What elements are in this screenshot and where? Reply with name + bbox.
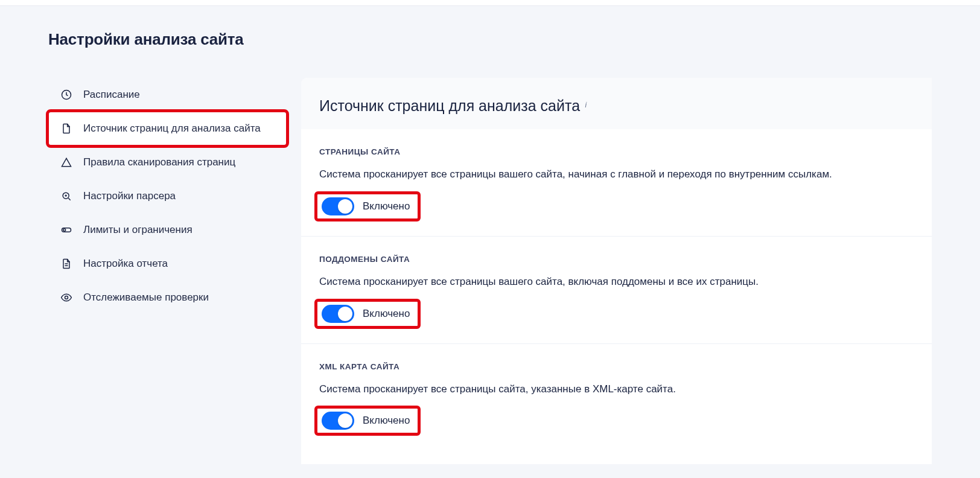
toggle-row-site-pages: Включено: [319, 195, 416, 218]
section-subdomains: ПОДДОМЕНЫ САЙТА Система просканирует все…: [301, 237, 932, 344]
content-header: Источник страниц для анализа сайта i: [301, 78, 932, 129]
toggle-icon: [60, 224, 72, 236]
zoom-settings-icon: [60, 190, 72, 202]
document-lines-icon: [60, 258, 72, 270]
sidebar-item-page-source[interactable]: Источник страниц для анализа сайта: [48, 112, 287, 145]
section-site-pages: СТРАНИЦЫ САЙТА Система просканирует все …: [301, 129, 932, 237]
svg-point-3: [63, 229, 66, 231]
content-title: Источник страниц для анализа сайта: [319, 97, 580, 114]
content-panel: Источник страниц для анализа сайта i СТР…: [301, 78, 932, 464]
clock-icon: [60, 89, 72, 101]
sidebar-item-parser-settings[interactable]: Настройки парсера: [48, 179, 287, 213]
page-icon: [60, 123, 72, 135]
sidebar-item-label: Настройки парсера: [83, 190, 176, 202]
warning-triangle-icon: [60, 156, 72, 168]
sidebar-item-report-settings[interactable]: Настройка отчета: [48, 247, 287, 281]
toggle-label: Включено: [363, 308, 410, 320]
section-xml-sitemap: XML КАРТА САЙТА Система просканирует все…: [301, 344, 932, 451]
section-label: ПОДДОМЕНЫ САЙТА: [319, 255, 914, 264]
section-description: Система просканирует все страницы вашего…: [319, 167, 914, 182]
svg-point-4: [65, 296, 68, 299]
info-icon[interactable]: i: [585, 101, 587, 109]
eye-icon: [60, 292, 72, 304]
settings-sidebar: Расписание Источник страниц для анализа …: [48, 78, 287, 314]
toggle-label: Включено: [363, 200, 410, 212]
sidebar-item-label: Правила сканирования страниц: [83, 156, 235, 168]
page-container: Настройки анализа сайта Расписание Источ…: [0, 6, 980, 464]
sidebar-item-crawl-rules[interactable]: Правила сканирования страниц: [48, 145, 287, 179]
section-description: Система просканирует все страницы вашего…: [319, 275, 914, 289]
toggle-label: Включено: [363, 415, 410, 427]
toggle-subdomains[interactable]: [322, 305, 354, 323]
sidebar-item-schedule[interactable]: Расписание: [48, 78, 287, 112]
top-bar: [0, 0, 980, 6]
sidebar-item-label: Настройка отчета: [83, 258, 168, 270]
sidebar-item-label: Расписание: [83, 89, 140, 101]
sidebar-item-tracked-checks[interactable]: Отслеживаемые проверки: [48, 281, 287, 314]
sidebar-item-label: Отслеживаемые проверки: [83, 292, 209, 304]
section-label: СТРАНИЦЫ САЙТА: [319, 147, 914, 156]
toggle-site-pages[interactable]: [322, 197, 354, 215]
sidebar-item-label: Лимиты и ограничения: [83, 224, 192, 236]
toggle-xml-sitemap[interactable]: [322, 412, 354, 430]
sidebar-item-label: Источник страниц для анализа сайта: [83, 123, 261, 135]
page-title: Настройки анализа сайта: [48, 30, 932, 49]
layout: Расписание Источник страниц для анализа …: [48, 78, 932, 464]
toggle-row-subdomains: Включено: [319, 302, 416, 325]
sidebar-item-limits[interactable]: Лимиты и ограничения: [48, 213, 287, 247]
section-label: XML КАРТА САЙТА: [319, 362, 914, 371]
toggle-row-xml-sitemap: Включено: [319, 409, 416, 432]
section-description: Система просканирует все страницы сайта,…: [319, 382, 914, 397]
